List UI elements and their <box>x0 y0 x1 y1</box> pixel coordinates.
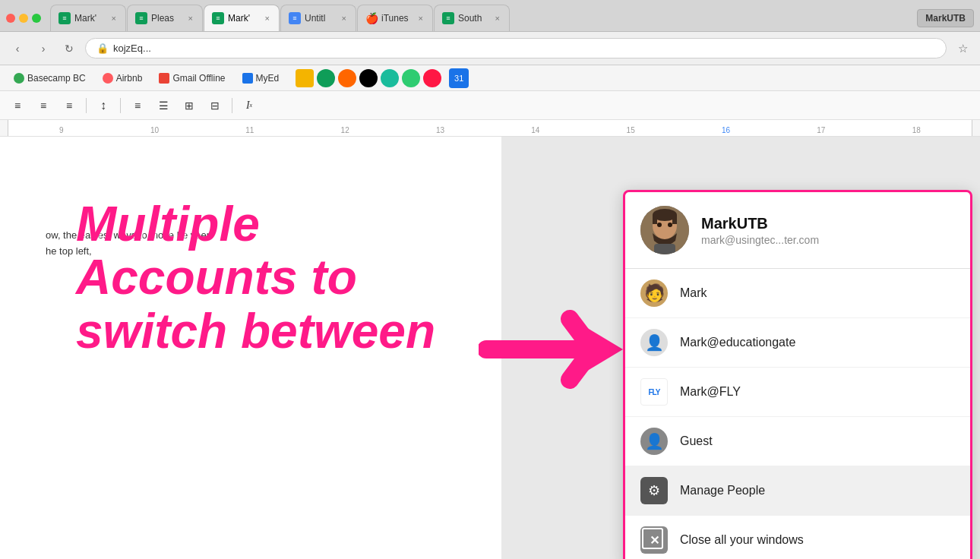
lock-icon: 🔒 <box>96 43 109 54</box>
account-item-avatar-edu: 👤 <box>640 329 668 356</box>
ruler-mark-9: 9 <box>59 126 64 134</box>
gear-icon: ⚙ <box>640 477 668 504</box>
svg-point-7 <box>668 223 672 227</box>
ruler-mark-13: 13 <box>436 126 444 134</box>
doc-text: ow, the easiest ways to move be veen he … <box>46 228 456 260</box>
bookmark-label-2: Gmail Offline <box>172 73 225 84</box>
align-left-btn[interactable]: ≡ <box>6 94 29 117</box>
bookmark-basecamp[interactable]: Basecamp BC <box>8 71 92 86</box>
indent-left-btn[interactable]: ⊞ <box>178 94 201 117</box>
bookmark-gmail[interactable]: Gmail Offline <box>153 71 231 86</box>
account-item-avatar-fly: FLY <box>640 378 668 406</box>
tab-docs-icon-4: ≡ <box>289 12 301 24</box>
bookmark-myed[interactable]: MyEd <box>236 71 286 86</box>
line-spacing-btn[interactable]: ↕ <box>92 94 115 117</box>
account-item-guest[interactable]: 👤 Guest <box>625 417 970 466</box>
bookmark-label-3: MyEd <box>256 73 280 84</box>
airbnb-icon <box>103 73 113 84</box>
tab-close-2[interactable]: × <box>187 12 194 24</box>
tab-untitl[interactable]: ≡ Untitl × <box>280 5 356 32</box>
manage-people-label: Manage People <box>680 484 765 497</box>
bookmark-label-1: Airbnb <box>116 73 143 84</box>
account-email: mark@usingtec...ter.com <box>701 234 955 246</box>
account-item-edu[interactable]: 👤 Mark@educationgate <box>625 318 970 368</box>
back-button[interactable]: ‹ <box>8 39 27 58</box>
account-item-name-mark: Mark <box>680 286 707 300</box>
tab-itunes[interactable]: 🍎 iTunes × <box>357 5 433 32</box>
indent-right-btn[interactable]: ⊟ <box>204 94 226 117</box>
account-panel: MarkUTB mark@usingtec...ter.com 🧑 Mark 👤 <box>623 190 972 559</box>
account-item-avatar-mark: 🧑 <box>640 280 668 307</box>
tab-sheets-icon-3: ≡ <box>212 12 224 24</box>
close-windows-icon: ✕ <box>640 526 668 554</box>
toolbar-sep-3 <box>232 98 232 113</box>
bookmark-icon-extra-4[interactable] <box>359 69 378 87</box>
account-name: MarkUTB <box>701 215 955 232</box>
tab-label-2: Pleas <box>151 13 174 24</box>
tab-close-4[interactable]: × <box>340 12 348 24</box>
tab-label-1: Mark' <box>74 13 96 24</box>
tab-label-6: South <box>458 13 482 24</box>
align-center-btn[interactable]: ≡ <box>32 94 55 117</box>
account-item-name-edu: Mark@educationgate <box>680 336 795 349</box>
tab-marks-1[interactable]: ≡ Mark' × <box>50 5 126 32</box>
window-close-btn[interactable] <box>6 14 15 23</box>
account-item-mark[interactable]: 🧑 Mark <box>625 269 970 318</box>
profile-tab-button[interactable]: MarkUTB <box>917 9 974 27</box>
basecamp-icon <box>14 73 24 84</box>
toolbar-sep-2 <box>120 98 121 113</box>
tab-marks-3[interactable]: ≡ Mark' × <box>204 5 280 32</box>
myed-icon <box>242 73 253 84</box>
tab-apple-icon: 🍎 <box>365 12 378 24</box>
align-right-btn[interactable]: ≡ <box>58 94 81 117</box>
ruler-mark-11: 11 <box>245 126 254 134</box>
tab-close-1[interactable]: × <box>110 12 118 24</box>
account-item-manage-people[interactable]: ⚙ Manage People <box>625 466 970 516</box>
svg-marker-0 <box>585 327 623 372</box>
bookmark-icon-extra-6[interactable] <box>402 69 420 87</box>
window-minimize-btn[interactable] <box>19 14 28 23</box>
refresh-button[interactable]: ↻ <box>59 39 79 58</box>
bookmark-airbnb[interactable]: Airbnb <box>96 71 149 86</box>
svg-rect-5 <box>672 215 677 224</box>
bookmark-icon-extra-2[interactable] <box>317 69 335 87</box>
account-item-close-windows[interactable]: ✕ Close all your windows <box>625 516 970 559</box>
tab-close-5[interactable]: × <box>417 12 425 24</box>
account-item-avatar-guest: 👤 <box>640 428 668 455</box>
tab-south[interactable]: ≡ South × <box>434 5 510 32</box>
doc-page: ow, the easiest ways to move be veen he … <box>0 137 501 559</box>
content-area: ow, the easiest ways to move be veen he … <box>0 137 980 559</box>
toolbar-sep-1 <box>86 98 87 113</box>
gmail-icon <box>159 73 169 84</box>
ruler-mark-15: 15 <box>627 126 635 134</box>
tab-sheets-icon-1: ≡ <box>58 12 71 24</box>
tab-bar: ≡ Mark' × ≡ Pleas × ≡ Mark' × ≡ Untitl ×… <box>0 0 980 32</box>
tab-label-3: Mark' <box>228 13 250 24</box>
tab-label-4: Untitl <box>305 13 325 24</box>
bookmark-star-button[interactable]: ☆ <box>953 39 972 58</box>
account-item-fly[interactable]: FLY Mark@FLY <box>625 368 970 417</box>
bookmark-icon-extra-1[interactable] <box>296 69 314 87</box>
bookmark-icon-extra-3[interactable] <box>338 69 356 87</box>
account-avatar <box>640 206 689 254</box>
bookmark-icon-extra-5[interactable] <box>381 69 399 87</box>
doc-toolbar: ≡ ≡ ≡ ↕ ≡ ☰ ⊞ ⊟ Ix <box>0 91 980 120</box>
tab-pleas[interactable]: ≡ Pleas × <box>127 5 203 32</box>
bookmark-icon-extra-7[interactable] <box>423 69 441 87</box>
italic-clear-btn[interactable]: Ix <box>238 94 261 117</box>
forward-button[interactable]: › <box>33 39 53 58</box>
close-windows-label: Close all your windows <box>680 533 804 547</box>
ruler: 9 10 11 12 13 14 15 16 17 18 <box>0 120 980 137</box>
ruler-mark-16: 16 <box>722 126 730 134</box>
window-maximize-btn[interactable] <box>32 14 41 23</box>
account-item-name-guest: Guest <box>680 434 713 448</box>
url-input-box[interactable]: 🔒 kojzEq... <box>85 38 947 58</box>
bullet-list-btn[interactable]: ☰ <box>152 94 175 117</box>
tab-close-3[interactable]: × <box>264 12 271 24</box>
bookmark-label-0: Basecamp BC <box>27 73 86 84</box>
list-btn[interactable]: ≡ <box>126 94 149 117</box>
tab-label-5: iTunes <box>381 13 409 24</box>
tab-close-6[interactable]: × <box>494 12 501 24</box>
calendar-icon[interactable]: 31 <box>449 68 469 88</box>
pink-arrow <box>479 304 631 398</box>
